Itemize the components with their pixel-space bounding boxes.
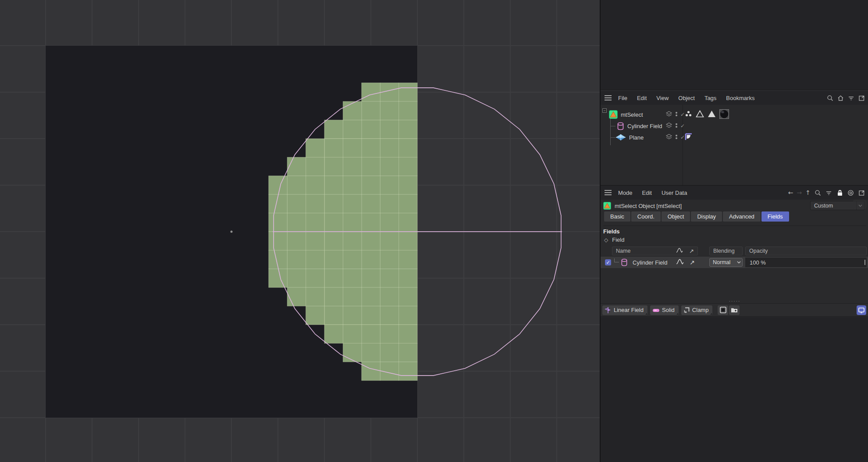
application-window: File Edit View Object Tags Bookmarks: [0, 0, 868, 462]
search-icon[interactable]: [814, 189, 822, 197]
selected-polygon: [380, 343, 398, 362]
om-menu-object[interactable]: Object: [673, 95, 700, 101]
selected-polygon: [399, 120, 417, 139]
popout-window-icon[interactable]: [858, 94, 865, 102]
clamp-button[interactable]: Clamp: [681, 305, 713, 315]
hamburger-menu-icon[interactable]: [605, 95, 612, 100]
monitor-icon: [858, 308, 864, 313]
hamburger-menu-icon[interactable]: [605, 190, 612, 195]
selected-polygon: [343, 194, 361, 213]
enabled-check-icon[interactable]: ✓: [680, 123, 685, 129]
selected-polygon: [399, 250, 417, 269]
forward-arrow-icon[interactable]: →: [797, 189, 802, 196]
tab-object[interactable]: Object: [662, 211, 690, 222]
selected-polygon: [287, 250, 306, 269]
selected-polygon: [324, 120, 343, 139]
layers-icon[interactable]: [665, 111, 672, 118]
polygon-selection-tag-icon[interactable]: [685, 133, 693, 142]
tab-fields[interactable]: Fields: [761, 211, 789, 222]
opacity-input[interactable]: 100 %: [745, 258, 867, 267]
tab-advanced[interactable]: Advanced: [723, 211, 761, 222]
om-menu-file[interactable]: File: [613, 95, 632, 101]
linear-field-icon: [605, 307, 612, 314]
plane-object-icon[interactable]: [615, 134, 626, 141]
mtselect-object-icon[interactable]: [609, 110, 618, 119]
tab-coord[interactable]: Coord.: [631, 211, 661, 222]
selected-polygon: [399, 101, 417, 120]
object-row-cylinder-field[interactable]: Cylinder Field ✓: [601, 120, 868, 132]
object-manager: File Edit View Object Tags Bookmarks: [601, 90, 868, 185]
blending-dropdown[interactable]: Normal: [709, 258, 743, 267]
selected-polygon: [324, 232, 343, 250]
cylinder-field-object-icon[interactable]: [617, 122, 624, 130]
object-row-mtselect[interactable]: mtSelect ✓: [601, 109, 868, 120]
preset-dropdown-value: Custom: [811, 203, 856, 209]
linear-field-button[interactable]: Linear Field: [602, 305, 647, 315]
column-header-opacity[interactable]: Opacity: [745, 247, 867, 255]
slider-handle[interactable]: [864, 260, 865, 265]
home-icon[interactable]: [837, 94, 844, 102]
visibility-dots-icon[interactable]: [675, 134, 678, 141]
selected-polygon: [362, 176, 380, 194]
om-menu-bookmarks[interactable]: Bookmarks: [721, 95, 759, 101]
field-row-cylinder-field[interactable]: ✓ Cylinder Field ↗ Normal: [601, 257, 868, 268]
selected-polygon: [362, 194, 380, 213]
selected-polygon: [362, 362, 380, 380]
selected-polygon: [306, 250, 324, 269]
tab-basic[interactable]: Basic: [604, 211, 630, 222]
field-name[interactable]: Cylinder Field: [633, 259, 667, 266]
keyframe-circle-icon[interactable]: [847, 189, 854, 197]
selected-polygon: [343, 306, 361, 325]
triangle-outline-tag-icon[interactable]: [696, 110, 704, 119]
popout-window-icon[interactable]: [858, 189, 865, 197]
field-enabled-checkbox[interactable]: ✓: [605, 259, 611, 265]
panel-splitter-handle[interactable]: ·····: [601, 300, 868, 304]
am-menu-mode[interactable]: Mode: [613, 190, 637, 196]
selected-polygon: [380, 176, 398, 194]
solid-button[interactable]: Solid: [650, 305, 679, 315]
remap-curve-icon[interactable]: [676, 258, 684, 267]
tab-display[interactable]: Display: [691, 211, 722, 222]
up-arrow-icon[interactable]: ↑: [805, 189, 811, 196]
enabled-check-icon[interactable]: ✓: [680, 134, 685, 140]
add-folder-button[interactable]: [729, 305, 740, 315]
layers-icon[interactable]: [665, 122, 672, 130]
selected-polygon: [269, 213, 287, 232]
selected-polygon: [324, 325, 343, 343]
points-tag-icon[interactable]: [685, 110, 692, 119]
selected-polygon: [324, 194, 343, 213]
visibility-dots-icon[interactable]: [675, 111, 678, 118]
display-panel-button[interactable]: [857, 305, 866, 315]
field-group-row[interactable]: ◇ Field: [604, 236, 624, 243]
am-menu-user-data[interactable]: User Data: [657, 190, 692, 196]
triangle-filled-tag-icon[interactable]: [708, 110, 716, 119]
selected-polygon: [399, 325, 417, 343]
selected-polygon: [324, 287, 343, 306]
search-icon[interactable]: [826, 94, 834, 102]
blending-dropdown-value: Normal: [710, 259, 735, 265]
om-menu-view[interactable]: View: [651, 95, 673, 101]
object-row-plane[interactable]: Plane ✓: [601, 132, 868, 143]
object-label[interactable]: Plane: [629, 134, 644, 141]
filter-icon[interactable]: [825, 189, 832, 197]
back-arrow-icon[interactable]: ←: [788, 189, 793, 196]
selected-polygon: [362, 343, 380, 362]
am-menu-edit[interactable]: Edit: [637, 190, 657, 196]
selected-polygon: [399, 213, 417, 232]
object-label[interactable]: mtSelect: [621, 111, 643, 118]
remap-arrow-icon[interactable]: ↗: [690, 259, 695, 266]
selected-polygon: [343, 325, 361, 343]
enabled-check-icon[interactable]: ✓: [680, 111, 685, 118]
column-header-blending[interactable]: Blending: [709, 247, 743, 255]
material-tag-icon[interactable]: [719, 109, 729, 120]
viewport-canvas[interactable]: [0, 0, 600, 462]
selected-polygon: [343, 269, 361, 287]
restrict-sphere-button[interactable]: [718, 305, 728, 315]
object-label[interactable]: Cylinder Field: [627, 123, 662, 129]
om-menu-tags[interactable]: Tags: [700, 95, 721, 101]
layers-icon[interactable]: [665, 134, 672, 141]
filter-icon[interactable]: [847, 94, 855, 102]
om-menu-edit[interactable]: Edit: [632, 95, 651, 101]
lock-icon[interactable]: [836, 189, 843, 197]
visibility-dots-icon[interactable]: [675, 122, 678, 130]
